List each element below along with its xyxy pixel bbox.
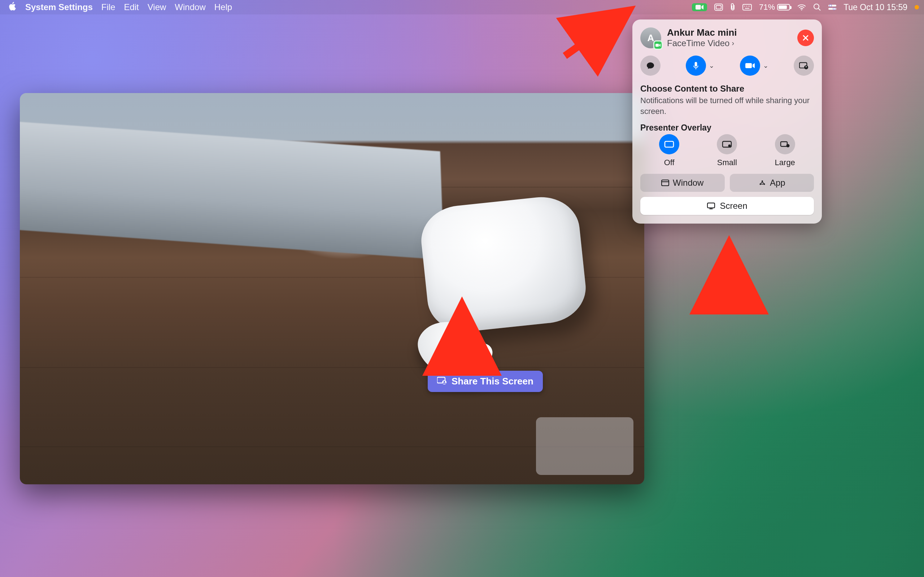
share-screen-button[interactable]: Screen (640, 197, 814, 215)
stage-manager-icon[interactable] (714, 3, 723, 11)
caller-name: Ankur Mac mini (667, 27, 737, 38)
overlay-off-label: Off (664, 158, 675, 167)
svg-rect-31 (781, 142, 787, 147)
menu-file[interactable]: File (102, 2, 115, 12)
svg-rect-0 (696, 5, 701, 10)
share-screen-label: Screen (720, 201, 747, 211)
battery-percent-label: 71% (759, 3, 775, 12)
facetime-badge-icon (653, 40, 663, 50)
overlay-option-small[interactable]: Small (717, 134, 737, 167)
svg-point-15 (833, 8, 835, 10)
svg-point-9 (801, 10, 802, 10)
keyboard-input-icon[interactable] (743, 4, 752, 10)
menu-help[interactable]: Help (215, 2, 232, 12)
svg-rect-28 (665, 141, 674, 147)
camera-view-laptop (20, 121, 444, 259)
active-app-name[interactable]: System Settings (25, 2, 93, 12)
self-view-pip[interactable] (536, 417, 633, 475)
microphone-button[interactable]: ⌄ (686, 56, 714, 76)
share-window-label: Window (673, 178, 703, 188)
svg-point-18 (444, 381, 445, 382)
menubar: System Settings File Edit View Window He… (0, 0, 924, 15)
share-this-screen-button[interactable]: Share This Screen (428, 371, 543, 392)
svg-point-30 (729, 145, 731, 147)
control-center-icon[interactable] (828, 4, 836, 10)
screen-share-control-button[interactable] (794, 56, 814, 76)
svg-point-14 (829, 4, 832, 6)
svg-rect-19 (656, 44, 659, 47)
svg-rect-24 (745, 63, 752, 68)
share-app-button[interactable]: App (730, 174, 814, 192)
svg-rect-2 (716, 5, 721, 9)
svg-rect-3 (743, 4, 751, 10)
chevron-right-icon: › (732, 39, 734, 47)
avatar-initial: A (648, 32, 654, 44)
attachment-icon[interactable] (730, 3, 735, 11)
menu-edit[interactable]: Edit (124, 2, 139, 12)
end-call-button[interactable] (797, 29, 814, 46)
svg-rect-33 (662, 180, 669, 186)
choose-content-subtitle: Notifications will be turned off while s… (640, 95, 814, 116)
share-window-button[interactable]: Window (640, 174, 725, 192)
svg-rect-22 (695, 62, 697, 67)
svg-line-11 (819, 9, 821, 11)
svg-rect-38 (708, 203, 715, 208)
menu-view[interactable]: View (148, 2, 166, 12)
choose-content-title: Choose Content to Share (640, 84, 814, 94)
battery-status[interactable]: 71% (759, 3, 790, 12)
overlay-small-label: Small (717, 158, 737, 167)
call-type-label: FaceTime Video (667, 38, 729, 48)
privacy-indicator-dot (914, 5, 919, 10)
share-app-label: App (770, 178, 785, 188)
svg-point-27 (806, 66, 807, 68)
svg-point-10 (814, 4, 819, 9)
camera-view-airpods-case (418, 193, 589, 335)
svg-point-32 (786, 144, 789, 148)
wifi-icon[interactable] (797, 4, 806, 10)
apple-menu-icon[interactable] (8, 2, 16, 13)
facetime-status-icon[interactable] (692, 3, 707, 11)
chevron-down-icon[interactable]: ⌄ (709, 62, 714, 69)
overlay-option-off[interactable]: Off (659, 134, 679, 167)
menu-window[interactable]: Window (175, 2, 205, 12)
facetime-menu-popover: A Ankur Mac mini FaceTime Video › ⌄ ⌄ (632, 19, 822, 224)
spotlight-icon[interactable] (813, 3, 821, 11)
share-this-screen-label: Share This Screen (452, 376, 533, 387)
svg-point-35 (762, 181, 763, 182)
screen-share-icon (437, 376, 446, 387)
menubar-clock[interactable]: Tue Oct 10 15:59 (843, 3, 908, 12)
facetime-window[interactable]: Share This Screen (20, 93, 644, 484)
overlay-large-label: Large (775, 158, 795, 167)
presenter-overlay-title: Presenter Overlay (640, 123, 814, 133)
overlay-option-large[interactable]: Large (775, 134, 795, 167)
chevron-down-icon[interactable]: ⌄ (763, 62, 769, 69)
caller-avatar[interactable]: A (640, 27, 661, 48)
camera-button[interactable]: ⌄ (740, 56, 769, 76)
messages-button[interactable] (640, 56, 661, 76)
call-type-row[interactable]: FaceTime Video › (667, 38, 737, 48)
battery-icon (777, 4, 790, 10)
